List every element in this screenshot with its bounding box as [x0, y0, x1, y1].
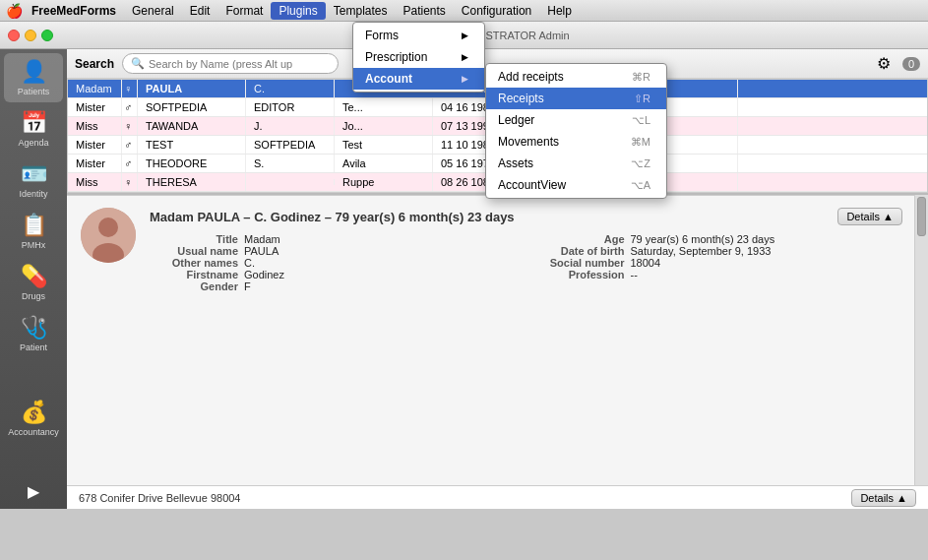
cell-title: Mister: [68, 155, 122, 172]
sidebar-label-agenda: Agenda: [18, 138, 48, 148]
app-name[interactable]: FreeMedForms: [24, 4, 124, 18]
menu-item-account[interactable]: Account ▶: [353, 68, 484, 90]
cell-fname: EDITOR: [246, 98, 335, 116]
age-label: Age: [536, 233, 625, 245]
sidebar-label-pmhx: PMHx: [22, 240, 46, 250]
scroll-thumb[interactable]: [917, 197, 926, 236]
menubar-general[interactable]: General: [124, 2, 182, 20]
menubar-help[interactable]: Help: [539, 2, 580, 20]
menu-item-assets[interactable]: Assets ⌥Z: [486, 153, 666, 174]
cell-city: Avila: [335, 155, 433, 172]
sidebar-item-drugs[interactable]: 💊 Drugs: [4, 258, 63, 307]
cell-name: TEST: [138, 136, 246, 154]
cell-name: PAULA: [138, 80, 246, 97]
detail-right-col: Age 79 year(s) 6 month(s) 23 days Date o…: [536, 233, 903, 292]
cell-title: Mister: [68, 136, 122, 154]
footer-address: 678 Conifer Drive Bellevue 98004: [79, 492, 241, 504]
minimize-button[interactable]: [25, 30, 36, 41]
apple-menu[interactable]: 🍎: [4, 0, 24, 22]
search-config-icon[interactable]: ⚙: [877, 54, 891, 73]
avatar: [81, 208, 136, 263]
cell-city: Jo...: [335, 117, 433, 135]
search-input[interactable]: [149, 58, 326, 70]
profession-value: --: [631, 269, 638, 280]
age-value: 79 year(s) 6 month(s) 23 days: [631, 233, 775, 245]
scrollbar[interactable]: [914, 195, 928, 485]
cell-gender: ♂: [122, 136, 138, 154]
cell-gender: ♀: [122, 173, 138, 191]
detail-grid: Title Madam Usual name PAULA Other names…: [150, 233, 902, 292]
cell-gender: ♂: [122, 98, 138, 116]
cell-name: THERESA: [138, 173, 246, 191]
close-button[interactable]: [8, 30, 20, 41]
other-names-label: Other names: [150, 257, 238, 269]
detail-row-dob: Date of birth Saturday, September 9, 193…: [536, 245, 903, 257]
search-label: Search: [75, 57, 114, 71]
menubar-templates[interactable]: Templates: [326, 2, 396, 20]
count-badge: 0: [902, 57, 920, 71]
detail-header-text: Madam PAULA – C. Godinez – 79 year(s) 6 …: [150, 210, 515, 224]
sidebar-item-patients[interactable]: 👤 Patients: [4, 53, 63, 102]
menu-item-forms[interactable]: Forms: [353, 25, 484, 46]
menubar-patients[interactable]: Patients: [396, 2, 454, 20]
gender-value: F: [244, 280, 251, 292]
cell-gender: ♂: [122, 155, 138, 172]
menubar-edit[interactable]: Edit: [182, 2, 218, 20]
cell-fname: SOFTPEDIA: [246, 136, 335, 154]
menubar-configuration[interactable]: Configuration: [454, 2, 539, 20]
cell-name: SOFTPEDIA: [138, 98, 246, 116]
detail-row-age: Age 79 year(s) 6 month(s) 23 days: [536, 233, 903, 245]
menubar-format[interactable]: Format: [217, 2, 271, 20]
menu-item-movements[interactable]: Movements ⌘M: [486, 131, 666, 153]
sidebar-label-drugs: Drugs: [22, 291, 45, 301]
sidebar-item-patient[interactable]: 🩺 Patient: [4, 309, 63, 358]
details-toggle-button[interactable]: Details ▲: [837, 208, 902, 225]
menu-item-ledger[interactable]: Ledger ⌥L: [486, 109, 666, 131]
cell-fname: J.: [246, 117, 335, 135]
sidebar-label-accountancy: Accountancy: [8, 427, 59, 437]
detail-row-profession: Profession --: [536, 269, 903, 280]
cell-city: Ruppe: [335, 173, 433, 191]
sidebar-item-accountancy[interactable]: 💰 Accountancy: [4, 394, 63, 443]
cell-title: Miss: [68, 173, 122, 191]
sidebar-item-identity[interactable]: 🪪 Identity: [4, 156, 63, 205]
menu-item-add-receipts[interactable]: Add receipts ⌘R: [486, 66, 666, 88]
sidebar-item-agenda[interactable]: 📅 Agenda: [4, 104, 63, 154]
accountancy-icon: 💰: [21, 400, 47, 425]
sidebar-label-patients: Patients: [18, 87, 50, 96]
sidebar: 👤 Patients 📅 Agenda 🪪 Identity 📋 PMHx 💊 …: [0, 49, 67, 509]
detail-row-other-names: Other names C.: [150, 257, 517, 269]
cell-name: THEODORE: [138, 155, 246, 172]
social-label: Social number: [536, 257, 625, 269]
detail-row-title: Title Madam: [150, 233, 517, 245]
footer-details-button[interactable]: Details ▲: [851, 489, 916, 507]
gender-label: Gender: [150, 280, 238, 292]
maximize-button[interactable]: [41, 30, 53, 41]
sidebar-item-pmhx[interactable]: 📋 PMHx: [4, 207, 63, 256]
usual-name-value: PAULA: [244, 245, 278, 257]
cell-fname: S.: [246, 155, 335, 172]
cell-name: TAWANDA: [138, 117, 246, 135]
detail-content: Madam PAULA – C. Godinez – 79 year(s) 6 …: [150, 208, 902, 473]
search-bar[interactable]: 🔍: [122, 53, 339, 74]
patients-icon: 👤: [21, 59, 47, 85]
firstname-value: Godinez: [244, 269, 284, 280]
other-names-value: C.: [244, 257, 255, 269]
menubar-plugins[interactable]: Plugins: [271, 2, 325, 20]
cell-title: Madam: [68, 80, 122, 97]
sidebar-collapse-arrow[interactable]: ▶: [24, 479, 43, 504]
sidebar-label-patient: Patient: [20, 342, 47, 352]
menu-item-accountview[interactable]: AccountView ⌥A: [486, 174, 666, 196]
menu-item-receipts[interactable]: Receipts ⇧R: [486, 88, 666, 109]
menu-item-prescription[interactable]: Prescription: [353, 46, 484, 68]
detail-row-firstname: Firstname Godinez: [150, 269, 517, 280]
agenda-icon: 📅: [21, 110, 47, 136]
drugs-icon: 💊: [21, 264, 47, 289]
patient-icon: 🩺: [21, 315, 47, 341]
cell-fname: [246, 179, 335, 185]
detail-left-col: Title Madam Usual name PAULA Other names…: [150, 233, 517, 292]
detail-row-usual-name: Usual name PAULA: [150, 245, 517, 257]
sidebar-label-identity: Identity: [19, 189, 47, 199]
pmhx-icon: 📋: [21, 213, 47, 238]
detail-header: Madam PAULA – C. Godinez – 79 year(s) 6 …: [150, 208, 902, 225]
